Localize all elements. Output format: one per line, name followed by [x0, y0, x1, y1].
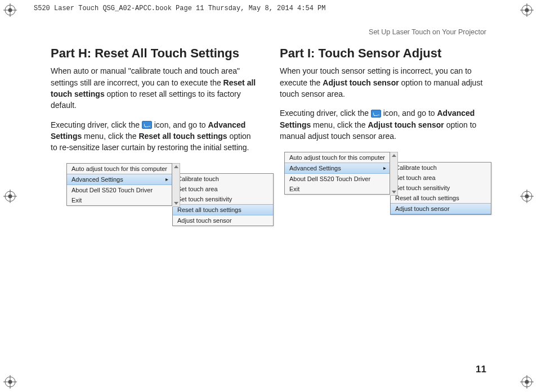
running-header: Set Up Laser Touch on Your Projector	[51, 28, 486, 36]
submenu-arrow-icon: ▸	[383, 165, 386, 171]
part-i-title: Part I: Touch Sensor Adjust	[280, 46, 486, 61]
submenu-item-reset-all[interactable]: Reset all touch settings	[173, 204, 273, 215]
column-left: Part H: Reset All Touch Settings When au…	[51, 46, 257, 207]
submenu-item[interactable]: Set touch sensitivity	[173, 194, 273, 204]
menu-screenshot-reset: Auto adjust touch for this computer Adva…	[66, 163, 180, 207]
menu-item[interactable]: About Dell S520 Touch Driver	[67, 185, 172, 195]
registration-mark-icon	[520, 3, 534, 17]
submenu-item[interactable]: Set touch sensitivity	[391, 183, 491, 193]
part-h-paragraph-2: Executing driver, click the icon, and go…	[51, 119, 257, 154]
context-menu-main: Auto adjust touch for this computer Adva…	[66, 163, 172, 206]
part-i-paragraph-1: When your touch sensor setting is incorr…	[280, 65, 486, 100]
context-menu-sub: Calibrate touch Set touch area Set touch…	[172, 173, 274, 226]
menu-item[interactable]: About Dell S520 Touch Driver	[285, 174, 390, 184]
menu-item-advanced-settings[interactable]: Advanced Settings▸	[67, 174, 172, 185]
column-right: Part I: Touch Sensor Adjust When your to…	[280, 46, 486, 207]
page-number: 11	[476, 364, 486, 375]
context-menu-main: Auto adjust touch for this computer Adva…	[284, 152, 390, 195]
part-h-paragraph-1: When auto or manual "calibrate touch and…	[51, 65, 257, 111]
menu-item[interactable]: Auto adjust touch for this computer	[285, 152, 390, 163]
submenu-item[interactable]: Set touch area	[173, 184, 273, 194]
menu-item[interactable]: Exit	[67, 195, 172, 205]
registration-mark-icon	[520, 375, 534, 389]
menu-screenshot-adjust: Auto adjust touch for this computer Adva…	[284, 152, 398, 196]
registration-mark-icon	[3, 3, 17, 17]
menu-item[interactable]: Exit	[285, 184, 390, 194]
registration-mark-icon	[3, 190, 17, 203]
submenu-arrow-icon: ▸	[165, 176, 168, 182]
context-menu-sub: Calibrate touch Set touch area Set touch…	[390, 162, 491, 215]
part-h-title: Part H: Reset All Touch Settings	[51, 46, 257, 61]
submenu-item[interactable]: Calibrate touch	[173, 174, 273, 184]
menu-item-advanced-settings[interactable]: Advanced Settings▸	[285, 163, 390, 174]
scrollbar-icon	[390, 152, 398, 196]
part-i-paragraph-2: Executing driver, click the icon, and go…	[280, 107, 486, 142]
registration-mark-icon	[520, 190, 534, 203]
submenu-item[interactable]: Set touch area	[391, 173, 491, 183]
submenu-item-adjust-sensor[interactable]: Adjust touch sensor	[391, 203, 491, 214]
submenu-item[interactable]: Calibrate touch	[391, 163, 491, 173]
scrollbar-icon	[172, 163, 180, 207]
book-meta-line: S520 Laser Touch QSG_A02-APCC.book Page …	[34, 4, 325, 12]
menu-item[interactable]: Auto adjust touch for this computer	[67, 164, 172, 174]
submenu-item[interactable]: Adjust touch sensor	[173, 215, 273, 226]
driver-tray-icon	[371, 110, 381, 118]
driver-tray-icon	[142, 121, 152, 129]
registration-mark-icon	[3, 375, 17, 389]
submenu-item[interactable]: Reset all touch settings	[391, 193, 491, 203]
